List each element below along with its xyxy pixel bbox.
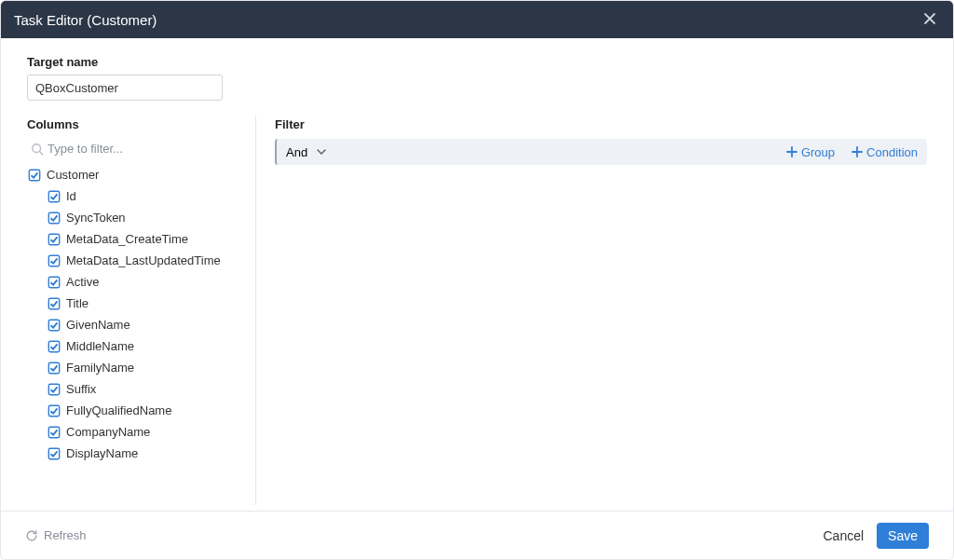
svg-rect-13 (48, 405, 59, 416)
checkbox-checked-icon (48, 212, 61, 225)
plus-icon (786, 146, 797, 157)
svg-rect-12 (48, 384, 59, 394)
tree-item[interactable]: Active (27, 271, 237, 293)
checkbox-checked-icon (48, 233, 61, 246)
dialog-title: Task Editor (Customer) (14, 12, 157, 28)
add-condition-label: Condition (866, 145, 918, 159)
tree-item[interactable]: MiddleName (27, 335, 237, 357)
filter-root-group: And Group Condition (275, 139, 927, 165)
tree-root-customer[interactable]: Customer (27, 164, 237, 185)
checkbox-checked-icon (48, 254, 61, 267)
checkbox-checked-icon (48, 404, 61, 417)
svg-rect-8 (48, 298, 59, 308)
tree-item[interactable]: MetaData_LastUpdatedTime (27, 250, 237, 271)
dialog-header: Task Editor (Customer) (1, 1, 953, 38)
tree-item-label: Suffix (66, 382, 96, 396)
checkbox-checked-icon (48, 276, 61, 289)
svg-rect-14 (48, 427, 59, 437)
close-icon[interactable] (920, 7, 940, 32)
plus-icon (852, 146, 863, 157)
tree-item-label: FamilyName (66, 361, 134, 375)
svg-rect-7 (48, 277, 59, 287)
tree-item-label: Customer (47, 168, 99, 182)
tree-item-label: Id (66, 189, 76, 203)
checkbox-checked-icon (48, 319, 61, 332)
svg-rect-5 (48, 234, 59, 244)
tree-item[interactable]: SyncToken (27, 207, 237, 228)
tree-item[interactable]: Title (27, 293, 237, 314)
checkbox-checked-icon (48, 426, 61, 439)
svg-rect-4 (48, 212, 59, 223)
svg-rect-10 (48, 341, 59, 351)
tree-item[interactable]: FullyQualifiedName (27, 400, 237, 421)
tree-item[interactable]: DisplayName (27, 443, 237, 464)
target-name-input[interactable] (27, 75, 223, 101)
svg-rect-11 (48, 362, 59, 373)
tree-item-label: SyncToken (66, 211, 126, 225)
filter-operator-label: And (286, 145, 307, 159)
checkbox-checked-icon (28, 169, 41, 182)
refresh-button[interactable]: Refresh (25, 528, 87, 542)
add-group-button[interactable]: Group (786, 145, 835, 159)
tree-item-label: MetaData_LastUpdatedTime (66, 253, 221, 267)
cancel-button[interactable]: Cancel (823, 528, 864, 543)
svg-rect-6 (48, 255, 59, 266)
add-condition-button[interactable]: Condition (852, 145, 918, 159)
refresh-icon (25, 529, 38, 542)
tree-item-label: MetaData_CreateTime (66, 232, 188, 246)
checkbox-checked-icon (48, 362, 61, 375)
filter-title: Filter (275, 117, 927, 131)
checkbox-checked-icon (48, 297, 61, 310)
chevron-down-icon (317, 145, 326, 159)
svg-rect-3 (48, 191, 59, 201)
target-name-label: Target name (27, 55, 927, 69)
checkbox-checked-icon (48, 447, 61, 460)
refresh-label: Refresh (44, 528, 87, 542)
checkbox-checked-icon (48, 383, 61, 396)
tree-item[interactable]: Id (27, 185, 237, 207)
add-group-label: Group (801, 145, 835, 159)
checkbox-checked-icon (48, 190, 61, 203)
tree-item[interactable]: MetaData_CreateTime (27, 228, 237, 250)
tree-item-label: GivenName (66, 318, 130, 332)
columns-filter-input[interactable] (27, 139, 237, 158)
tree-item-label: FullyQualifiedName (66, 403, 171, 417)
tree-item-label: CompanyName (66, 425, 150, 439)
tree-item-label: Active (66, 275, 99, 289)
filter-operator-select[interactable]: And (286, 145, 326, 159)
tree-item-label: Title (66, 296, 89, 310)
svg-rect-9 (48, 320, 59, 330)
save-button[interactable]: Save (877, 523, 929, 549)
vertical-divider (255, 116, 256, 505)
tree-item[interactable]: GivenName (27, 314, 237, 335)
columns-tree[interactable]: CustomerIdSyncTokenMetaData_CreateTimeMe… (27, 164, 237, 512)
tree-item-label: MiddleName (66, 339, 134, 353)
checkbox-checked-icon (48, 340, 61, 353)
tree-item[interactable]: CompanyName (27, 421, 237, 443)
svg-rect-15 (48, 448, 59, 458)
columns-title: Columns (27, 117, 237, 131)
tree-item[interactable]: FamilyName (27, 357, 237, 378)
svg-rect-2 (29, 170, 39, 180)
tree-item[interactable]: Suffix (27, 378, 237, 400)
tree-item-label: DisplayName (66, 446, 138, 460)
